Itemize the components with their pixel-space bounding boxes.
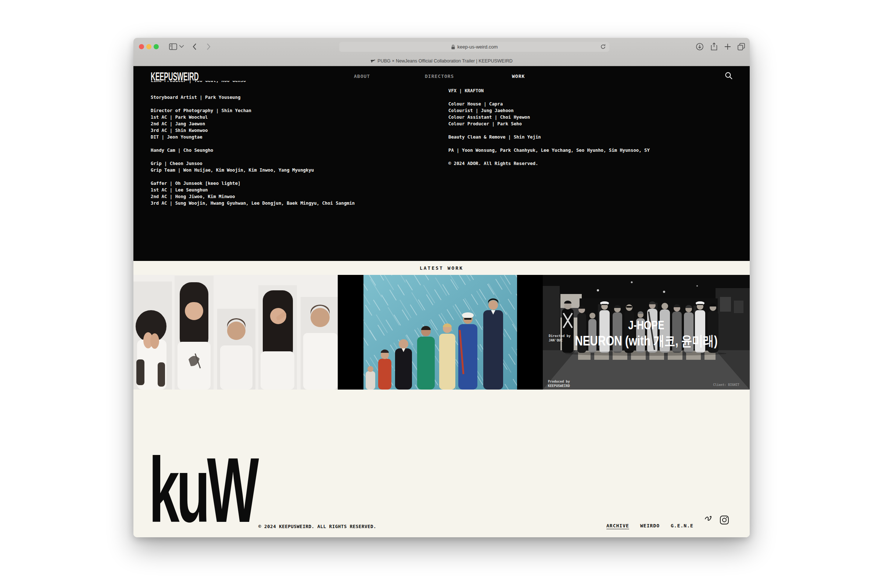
footer-copyright: © 2024 KEEPUSWEIRD. ALL RIGHTS RESERVED. <box>258 524 376 529</box>
close-button[interactable] <box>139 44 144 49</box>
nav-work[interactable]: WORK <box>512 74 525 79</box>
reload-icon[interactable] <box>600 44 606 50</box>
chevron-down-icon[interactable] <box>179 44 184 49</box>
latest-work-carousel: Directed by JAN'QUI J-HOPE NEURON (with … <box>134 275 750 390</box>
jhope-title-line2: NEURON (with 개코, 윤미래) <box>563 332 729 350</box>
vimeo-icon[interactable] <box>704 514 714 525</box>
tab-overview-button[interactable] <box>736 42 746 51</box>
back-button[interactable] <box>190 42 200 51</box>
minimize-button[interactable] <box>146 44 152 49</box>
footer-link-archive[interactable]: ARCHIVE <box>606 523 629 528</box>
credits-right-column: VFX | KRAFTON Colour House | Capra Colou… <box>448 87 735 167</box>
tab-title-bar[interactable]: PUBG × NewJeans Official Collaboration T… <box>134 56 750 66</box>
footer-link-gene[interactable]: G.E.N.E <box>670 523 693 528</box>
latest-work-band: LATEST WORK <box>134 261 750 275</box>
new-tab-button[interactable] <box>723 42 732 51</box>
search-icon[interactable] <box>724 71 733 80</box>
nav-about[interactable]: ABOUT <box>354 74 370 79</box>
lock-icon <box>451 45 455 50</box>
zoom-button[interactable] <box>154 44 159 49</box>
footer-link-weirdo[interactable]: WEIRDO <box>640 523 660 528</box>
jhope-title-line1: J-HOPE <box>563 318 729 332</box>
nav-directors[interactable]: DIRECTORS <box>425 74 454 79</box>
kuw-footer-logo[interactable]: kuW <box>149 451 256 529</box>
keepusweird-page: KEEPUSWEIRD ABOUT DIRECTORS WORK Line Pr… <box>134 66 750 537</box>
forward-button[interactable] <box>203 42 213 51</box>
favicon-icon <box>370 59 375 63</box>
rain-artwork <box>338 275 543 390</box>
client-label: Client: BIGHIT <box>713 382 740 387</box>
address-bar[interactable]: keep-us-weird.com <box>339 42 609 52</box>
credits-partial-line: Line Producer | Yoo Geul, Koo Genso <box>151 81 408 85</box>
tab-title: PUBG × NewJeans Official Collaboration T… <box>377 58 512 64</box>
portraits-artwork <box>134 275 338 390</box>
safari-window: keep-us-weird.com <box>134 38 750 537</box>
url-text: keep-us-weird.com <box>458 44 498 50</box>
instagram-icon[interactable] <box>719 515 729 525</box>
downloads-button[interactable] <box>695 42 705 51</box>
latest-work-label: LATEST WORK <box>420 266 464 271</box>
credits-left-column: Storyboard Artist | Park Youseung Direct… <box>151 94 430 207</box>
work-slide-rain[interactable] <box>338 275 543 390</box>
browser-toolbar: keep-us-weird.com <box>134 38 750 66</box>
desktop: keep-us-weird.com <box>0 0 882 588</box>
sidebar-toggle-icon[interactable] <box>168 42 178 51</box>
produced-by-label: Produced by KEEPUSWEIRD <box>548 379 570 388</box>
work-slide-portraits[interactable] <box>134 275 338 390</box>
share-button[interactable] <box>709 42 719 51</box>
work-slide-jhope[interactable]: Directed by JAN'QUI J-HOPE NEURON (with … <box>543 275 750 390</box>
